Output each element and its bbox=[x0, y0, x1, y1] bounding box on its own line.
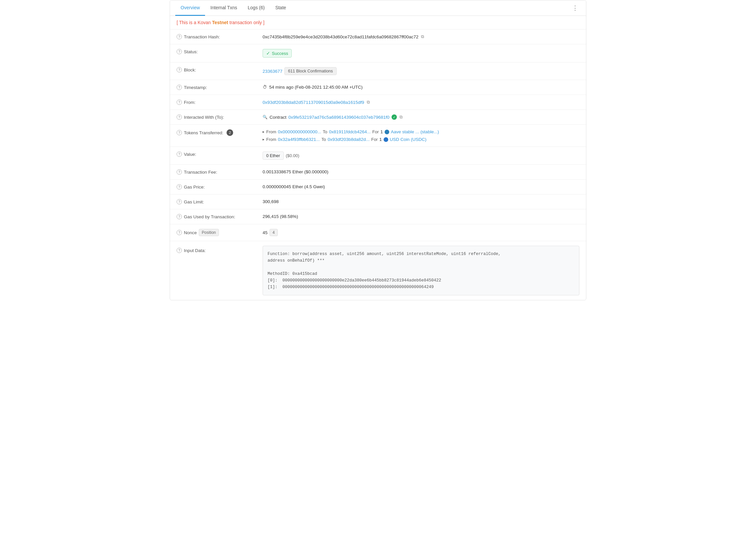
value-gas-used: 296,415 (98.58%) bbox=[263, 214, 579, 219]
contract-label: Contract bbox=[270, 115, 286, 120]
help-icon-gas-limit[interactable]: ? bbox=[177, 199, 182, 204]
label-block: ? Block: bbox=[177, 67, 263, 73]
label-tokens-transferred: ? Tokens Transferred: 2 bbox=[177, 129, 263, 136]
row-transaction-fee: ? Transaction Fee: 0.0013338675 Ether ($… bbox=[170, 165, 586, 180]
token-transfer-row-2: ▸ From 0x32a4f93ffbb6321... To 0x93df203… bbox=[263, 137, 439, 142]
status-badge: ✓ Success bbox=[263, 49, 292, 57]
help-icon-from[interactable]: ? bbox=[177, 99, 182, 105]
row-gas-used: ? Gas Used by Transaction: 296,415 (98.5… bbox=[170, 209, 586, 224]
notice-prefix: [ This is a Kovan bbox=[177, 20, 212, 25]
row-nonce: ? Nonce Position 45 4 bbox=[170, 224, 586, 241]
token-name-link-2[interactable]: USD Coin (USDC) bbox=[390, 137, 427, 142]
tx-fee-value: 0.0013338675 Ether ($0.000000) bbox=[263, 169, 328, 174]
token-to-link-2[interactable]: 0x93df203b8da82d... bbox=[328, 137, 370, 142]
row-status: ? Status: ✓ Success bbox=[170, 44, 586, 62]
help-icon-tokens[interactable]: ? bbox=[177, 130, 182, 135]
label-from: ? From: bbox=[177, 99, 263, 105]
gas-used-value: 296,415 (98.58%) bbox=[263, 214, 298, 219]
help-icon-block[interactable]: ? bbox=[177, 67, 182, 73]
block-number-link[interactable]: 23363677 bbox=[263, 69, 282, 74]
label-gas-limit: ? Gas Limit: bbox=[177, 199, 263, 204]
value-timestamp: ⏱ 54 mins ago (Feb-08-2021 12:45:00 AM +… bbox=[263, 85, 579, 90]
value-from: 0x93df203b8da82d57113709015d0a9e08a1615d… bbox=[263, 99, 579, 105]
token-amount-2: 1 bbox=[379, 137, 382, 142]
label-status: ? Status: bbox=[177, 49, 263, 54]
notice-banner: [ This is a Kovan Testnet transaction on… bbox=[170, 16, 586, 30]
status-label: Success bbox=[272, 51, 288, 56]
block-confirmations-badge: 611 Block Confirmations bbox=[284, 67, 336, 75]
position-value: 4 bbox=[270, 229, 278, 236]
value-block: 23363677 611 Block Confirmations bbox=[263, 67, 579, 75]
help-icon-gas-used[interactable]: ? bbox=[177, 214, 182, 219]
label-transaction-fee: ? Transaction Fee: bbox=[177, 169, 263, 175]
value-transaction-hash: 0xc7435b4f8b259e9e4ce3d2038b43d60ce72c8a… bbox=[263, 34, 579, 39]
copy-from-button[interactable]: ⧉ bbox=[367, 99, 370, 105]
timestamp-value: 54 mins ago (Feb-08-2021 12:45:00 AM +UT… bbox=[269, 85, 363, 90]
label-transaction-hash: ? Transaction Hash: bbox=[177, 34, 263, 39]
token-to-link-1[interactable]: 0x81911fddcb4264... bbox=[329, 129, 371, 134]
token-transfer-row-1: ▸ From 0x00000000000000... To 0x81911fdd… bbox=[263, 129, 439, 134]
tab-bar: Overview Internal Txns Logs (6) State ⋮ bbox=[170, 0, 586, 16]
status-check-icon: ✓ bbox=[266, 51, 270, 56]
input-data-box: Function: borrow(address asset, uint256 … bbox=[263, 246, 579, 295]
token-coin-icon-1 bbox=[385, 130, 389, 134]
row-from: ? From: 0x93df203b8da82d57113709015d0a9e… bbox=[170, 95, 586, 110]
row-transaction-hash: ? Transaction Hash: 0xc7435b4f8b259e9e4c… bbox=[170, 30, 586, 44]
help-icon-tx-hash[interactable]: ? bbox=[177, 34, 182, 39]
value-interacted-with: 🔍 Contract 0x9fe532197ad76c5a68961439604… bbox=[263, 115, 579, 120]
tab-internal-txns[interactable]: Internal Txns bbox=[205, 0, 242, 16]
row-gas-price: ? Gas Price: 0.0000000045 Ether (4.5 Gwe… bbox=[170, 180, 586, 195]
to-address-link[interactable]: 0x9fe532197ad76c5a68961439604c037eb79681… bbox=[288, 115, 390, 120]
input-data-content: Function: borrow(address asset, uint256 … bbox=[268, 251, 574, 290]
notice-testnet: Testnet bbox=[212, 20, 228, 25]
row-interacted-with: ? Interacted With (To): 🔍 Contract 0x9fe… bbox=[170, 110, 586, 125]
copy-tx-hash-button[interactable]: ⧉ bbox=[421, 34, 424, 39]
usd-value: ($0.00) bbox=[286, 153, 299, 158]
row-gas-limit: ? Gas Limit: 300,698 bbox=[170, 195, 586, 209]
token-from-link-1[interactable]: 0x00000000000000... bbox=[278, 129, 321, 134]
tab-overview[interactable]: Overview bbox=[175, 0, 205, 16]
token-name-link-1[interactable]: Aave stable ... (stable...) bbox=[391, 129, 439, 134]
nonce-value: 45 bbox=[263, 230, 268, 235]
contract-search-icon: 🔍 bbox=[263, 115, 268, 119]
help-icon-tx-fee[interactable]: ? bbox=[177, 169, 182, 175]
label-nonce: ? Nonce Position bbox=[177, 229, 263, 236]
tab-state[interactable]: State bbox=[270, 0, 292, 16]
position-badge: Position bbox=[199, 229, 219, 236]
row-value: ? Value: 0 Ether ($0.00) bbox=[170, 147, 586, 165]
token-from-link-2[interactable]: 0x32a4f93ffbb6321... bbox=[278, 137, 320, 142]
from-address-link[interactable]: 0x93df203b8da82d57113709015d0a9e08a1615d… bbox=[263, 100, 364, 105]
value-status: ✓ Success bbox=[263, 49, 579, 57]
help-icon-nonce[interactable]: ? bbox=[177, 230, 182, 235]
label-input-data: ? Input Data: bbox=[177, 246, 263, 253]
content-area: ? Transaction Hash: 0xc7435b4f8b259e9e4c… bbox=[170, 30, 586, 300]
help-icon-gas-price[interactable]: ? bbox=[177, 184, 182, 189]
token-arrow-icon-2: ▸ bbox=[263, 137, 265, 141]
token-arrow-icon-1: ▸ bbox=[263, 130, 265, 134]
help-icon-timestamp[interactable]: ? bbox=[177, 85, 182, 90]
help-icon-status[interactable]: ? bbox=[177, 49, 182, 54]
copy-to-button[interactable]: ⧉ bbox=[400, 115, 402, 120]
token-amount-1: 1 bbox=[380, 129, 383, 134]
help-icon-input-data[interactable]: ? bbox=[177, 248, 182, 253]
tab-logs[interactable]: Logs (6) bbox=[242, 0, 270, 16]
tab-menu-button[interactable]: ⋮ bbox=[570, 2, 581, 13]
value-gas-price: 0.0000000045 Ether (4.5 Gwei) bbox=[263, 184, 579, 189]
label-gas-used: ? Gas Used by Transaction: bbox=[177, 214, 263, 219]
gas-limit-value: 300,698 bbox=[263, 199, 279, 204]
value-tokens-transferred: ▸ From 0x00000000000000... To 0x81911fdd… bbox=[263, 129, 579, 142]
value-nonce: 45 4 bbox=[263, 229, 579, 236]
label-gas-price: ? Gas Price: bbox=[177, 184, 263, 189]
value-gas-limit: 300,698 bbox=[263, 199, 579, 204]
row-timestamp: ? Timestamp: ⏱ 54 mins ago (Feb-08-2021 … bbox=[170, 80, 586, 95]
token-usdc-icon bbox=[384, 137, 388, 142]
clock-icon: ⏱ bbox=[263, 85, 267, 90]
tokens-list: ▸ From 0x00000000000000... To 0x81911fdd… bbox=[263, 129, 439, 142]
help-icon-value[interactable]: ? bbox=[177, 152, 182, 157]
row-input-data: ? Input Data: Function: borrow(address a… bbox=[170, 241, 586, 300]
tx-hash-value: 0xc7435b4f8b259e9e4ce3d2038b43d60ce72c8a… bbox=[263, 34, 418, 39]
notice-suffix: transaction only ] bbox=[228, 20, 265, 25]
value-value: 0 Ether ($0.00) bbox=[263, 152, 579, 160]
label-interacted-with: ? Interacted With (To): bbox=[177, 115, 263, 120]
help-icon-to[interactable]: ? bbox=[177, 115, 182, 120]
